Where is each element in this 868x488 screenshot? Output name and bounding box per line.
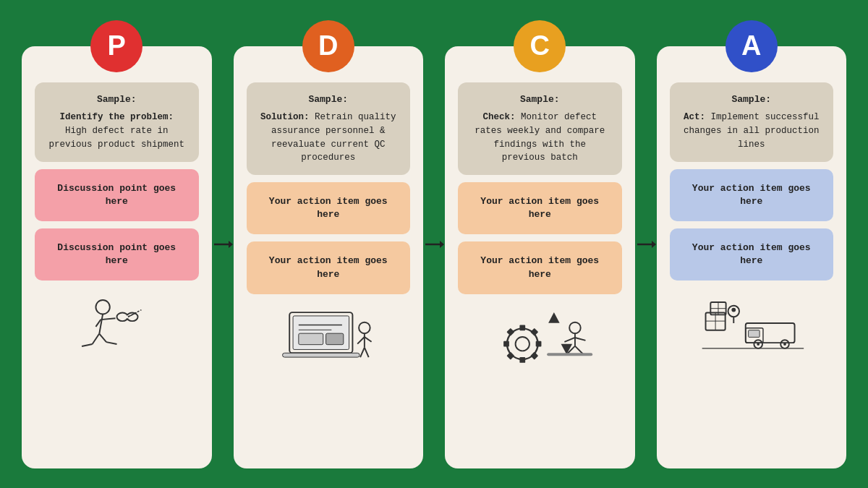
svg-rect-20 <box>326 333 344 345</box>
column-A: ASample:Act: Implement successful change… <box>657 20 847 468</box>
svg-line-47 <box>575 338 586 341</box>
action-item-C-0: Your action item goes here <box>458 182 622 234</box>
illustration-D <box>247 304 411 369</box>
svg-line-26 <box>360 347 365 357</box>
badge-D: D <box>302 20 354 72</box>
arrow-2 <box>635 238 657 251</box>
card-C: Sample:Check: Monitor defect rates weekl… <box>445 46 635 468</box>
svg-rect-34 <box>503 341 509 347</box>
column-D: DSample:Solution: Retrain quality assura… <box>234 20 424 468</box>
svg-rect-37 <box>530 328 538 335</box>
sample-box-C: Sample:Check: Monitor defect rates weekl… <box>458 82 622 176</box>
action-item-D-0: Your action item goes here <box>247 182 411 234</box>
svg-rect-32 <box>519 325 525 330</box>
svg-point-31 <box>515 337 529 351</box>
svg-line-4 <box>99 334 106 343</box>
action-item-P-1: Discussion point goes here <box>35 228 199 281</box>
svg-point-66 <box>783 343 786 346</box>
pdca-diagram: PSample:Identify the problem: High defec… <box>22 20 846 468</box>
badge-C: C <box>514 20 566 72</box>
sample-bold-P: Identify the problem: <box>59 112 174 122</box>
svg-rect-21 <box>283 353 360 357</box>
action-item-P-0: Discussion point goes here <box>35 169 199 221</box>
svg-point-0 <box>95 300 109 314</box>
action-item-C-1: Your action item goes here <box>458 241 622 294</box>
svg-marker-40 <box>548 312 560 323</box>
badge-P: P <box>90 20 142 72</box>
svg-point-22 <box>359 322 370 333</box>
illustration-P <box>35 291 199 356</box>
svg-marker-41 <box>561 343 572 354</box>
svg-marker-50 <box>652 241 656 248</box>
svg-rect-19 <box>299 333 323 345</box>
arrow-0 <box>212 238 234 251</box>
svg-rect-33 <box>519 357 525 363</box>
card-A: Sample:Act: Implement successful changes… <box>657 46 847 468</box>
svg-line-25 <box>365 337 372 342</box>
svg-line-3 <box>82 344 93 346</box>
svg-rect-36 <box>506 328 514 335</box>
svg-rect-48 <box>547 353 592 356</box>
sample-bold-D: Solution: <box>260 112 310 122</box>
svg-rect-62 <box>749 330 760 338</box>
sample-label-P: Sample: <box>46 93 187 107</box>
sample-rest-P: High defect rate in previous product shi… <box>48 126 184 150</box>
action-item-A-1: Your action item goes here <box>670 228 834 281</box>
svg-rect-35 <box>535 341 541 347</box>
badge-A: A <box>726 20 778 72</box>
svg-line-7 <box>95 320 101 327</box>
svg-rect-38 <box>506 351 514 359</box>
svg-line-1 <box>99 314 103 334</box>
column-C: CSample:Check: Monitor defect rates week… <box>445 20 635 468</box>
svg-line-24 <box>357 337 365 344</box>
sample-bold-A: Act: <box>684 112 705 122</box>
svg-line-46 <box>564 338 575 342</box>
svg-point-64 <box>757 343 760 346</box>
svg-rect-39 <box>530 351 538 359</box>
card-D: Sample:Solution: Retrain quality assuran… <box>234 46 424 468</box>
action-item-D-1: Your action item goes here <box>247 241 411 294</box>
card-P: Sample:Identify the problem: High defect… <box>22 46 212 468</box>
illustration-A <box>670 291 834 356</box>
svg-line-27 <box>365 347 369 357</box>
sample-box-P: Sample:Identify the problem: High defect… <box>35 82 199 162</box>
sample-bold-C: Check: <box>482 112 515 122</box>
arrow-1 <box>423 238 445 251</box>
svg-rect-10 <box>122 316 133 319</box>
action-item-A-0: Your action item goes here <box>670 169 834 221</box>
sample-label-A: Sample: <box>681 93 822 107</box>
sample-label-D: Sample: <box>258 93 399 107</box>
column-P: PSample:Identify the problem: High defec… <box>22 20 212 468</box>
svg-marker-29 <box>440 241 444 248</box>
illustration-C <box>458 304 622 369</box>
svg-marker-14 <box>229 241 233 248</box>
sample-label-C: Sample: <box>469 93 610 107</box>
svg-line-2 <box>92 334 99 345</box>
svg-line-5 <box>106 342 117 344</box>
svg-line-6 <box>101 318 115 320</box>
svg-point-42 <box>569 322 581 333</box>
svg-point-58 <box>732 308 736 312</box>
sample-box-D: Sample:Solution: Retrain quality assuran… <box>247 82 411 176</box>
sample-box-A: Sample:Act: Implement successful changes… <box>670 82 834 162</box>
